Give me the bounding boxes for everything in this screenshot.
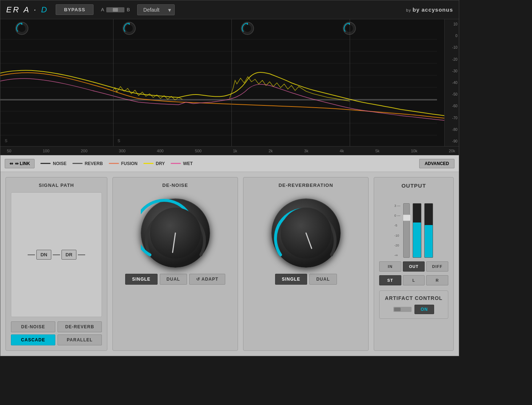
scale-neg10b: -10 [394,234,401,237]
ab-slider[interactable] [106,7,124,12]
output-out-button[interactable]: OUT [403,261,425,272]
freq-5k: 5k [375,149,380,153]
svg-line-20 [166,233,182,252]
freq-500: 500 [195,149,202,153]
knob-marker-2 [122,21,136,35]
fader-track[interactable] [403,203,410,258]
denoise-panel: DE-NOISE [112,177,238,351]
denoise-mode-button[interactable]: DE-NOISE [11,321,55,332]
scale-neg-inf: -∞ [394,253,401,257]
dereverberation-knob[interactable] [271,199,341,268]
fusion-line [109,163,119,164]
denoise-title: DE-NOISE [162,183,188,188]
ab-right-label: B [127,7,130,12]
denoise-dual-button[interactable]: DUAL [160,274,187,285]
freq-200: 200 [81,149,87,153]
artifact-on-button[interactable]: ON [414,305,434,314]
output-l-button[interactable]: L [403,275,425,285]
scale-10: 10 [446,22,457,26]
link-button[interactable]: ⇔ ⇔ LINK [5,159,35,168]
denoise-single-button[interactable]: SINGLE [125,274,158,285]
freq-100: 100 [43,149,49,153]
dereverberation-panel: DE-REVERBERATION [243,177,369,351]
noise-line [40,163,51,164]
advanced-button[interactable]: ADVANCED [419,159,454,168]
scale-neg50: -50 [446,92,457,96]
dereverberation-knob-container[interactable] [270,197,342,269]
main-area: SIGNAL PATH DN DR DE-NOISE DE-REVERB CAS… [0,172,459,356]
cascade-button[interactable]: CASCADE [11,334,55,345]
svg-line-21 [306,233,311,248]
scale-neg10: -10 [446,45,457,49]
dereverberation-title: DE-REVERBERATION [278,183,333,188]
scale-neg30: -30 [446,69,457,73]
svg-point-5 [244,25,251,32]
artifact-panel: ARTIFACT CONTROL ON [379,290,448,319]
denoise-knob-inner [150,208,201,258]
spectrum-area: S S 10 0 -10 -20 -30 -40 -50 -60 -70 -80… [0,19,459,147]
freq-divider-2 [231,19,232,146]
freq-2k: 2k [269,149,273,153]
dereverberation-single-button[interactable]: SINGLE [275,274,307,285]
scale-neg80: -80 [446,128,457,132]
freq-divider-3 [350,19,350,146]
signal-path-title: SIGNAL PATH [11,183,102,188]
freq-20k: 20k [449,149,455,153]
bypass-button[interactable]: BYPASS [56,4,94,15]
output-mode-buttons: IN OUT DIFF [379,261,448,272]
app-container: ER A · D BYPASS A B Default by by accyso… [0,0,459,356]
scale-3: 3 — [394,204,401,208]
freq-50: 50 [7,149,11,153]
legend-fusion: FUSION [109,161,138,166]
fader-thumb[interactable] [403,214,411,221]
scale-neg40: -40 [446,81,457,85]
brand-logo: by by accysonus [406,7,453,13]
output-in-button[interactable]: IN [379,261,401,272]
freq-labels: 50 100 200 300 400 500 1k 2k 3k 4k 5k 10… [0,147,459,155]
header: ER A · D BYPASS A B Default by by accyso… [0,0,459,19]
dereverberation-dual-button[interactable]: DUAL [309,274,337,285]
dereverb-mode-button[interactable]: DE-REVERB [57,321,102,332]
svg-text:S: S [118,139,120,143]
ab-left-label: A [101,7,104,12]
artifact-slider[interactable] [393,307,412,312]
freq-10k: 10k [411,149,417,153]
freq-divider-1 [113,19,114,146]
parallel-button[interactable]: PARALLEL [57,334,102,345]
signal-dr-box: DR [61,250,76,260]
preset-dropdown[interactable]: Default [137,4,175,15]
output-st-button[interactable]: ST [379,275,401,285]
signal-dn-box: DN [36,250,51,260]
freq-300: 300 [119,149,126,153]
denoise-knob-container[interactable] [139,197,212,269]
scale-neg20: -20 [446,57,457,61]
scale-neg60: -60 [446,104,457,108]
reverb-line [72,163,83,164]
denoise-mode-buttons: SINGLE DUAL ↺ ADAPT [125,274,225,285]
legend-noise: NOISE [40,161,66,166]
meter-section: 3 — 0 — -5 -10 -20 -∞ [379,192,448,258]
output-diff-button[interactable]: DIFF [426,261,448,272]
output-r-button[interactable]: R [426,275,448,285]
ab-section: A B [101,7,130,12]
output-panel: OUTPUT 3 — 0 — -5 -10 -20 -∞ [374,177,454,351]
output-title: OUTPUT [379,183,448,189]
freq-1k: 1k [233,149,237,153]
denoise-adapt-button[interactable]: ↺ ADAPT [189,274,225,285]
meter-fill-left [413,222,421,257]
svg-point-3 [126,25,133,32]
meter-scale: 3 — 0 — -5 -10 -20 -∞ [394,203,401,258]
svg-point-1 [18,25,25,32]
artifact-title: ARTIFACT CONTROL [384,295,444,301]
preset-wrapper: Default [137,4,175,15]
legend-dry: DRY [143,161,165,166]
svg-text:S: S [5,139,7,143]
dry-line [143,163,154,164]
denoise-knob[interactable] [141,199,210,268]
spectrum-canvas: S S [0,19,444,146]
legend-reverb: REVERB [72,161,103,166]
knob-marker-4 [342,21,356,35]
meter-bar-right [424,203,433,258]
scale-neg90: -90 [446,139,457,143]
link-label: ⇔ LINK [15,161,30,166]
